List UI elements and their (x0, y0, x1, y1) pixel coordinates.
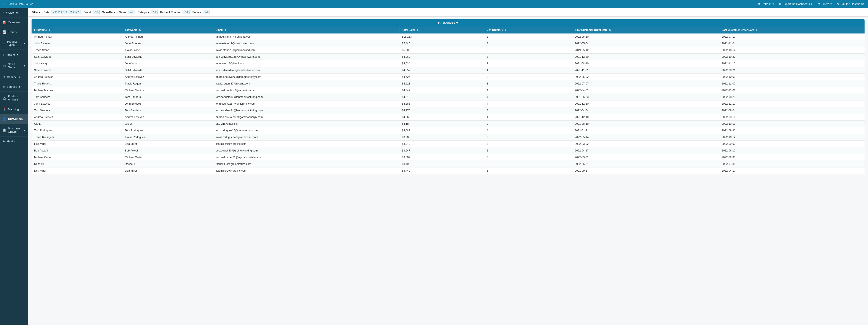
col-firstorderdate[interactable]: First Customer Order Date ⇅ (572, 27, 719, 33)
table-row[interactable]: John YangJohn Yangjohn.yang12@lanoil.com… (32, 60, 865, 67)
table-row[interactable]: Lisa MillerLisa Millerlisa.miller29@grei… (32, 168, 865, 174)
edit-button[interactable]: ✎ Edit the Dashboard (837, 2, 865, 6)
brand-icon: 🏷 (3, 53, 6, 56)
cell-totalSales: $5,445 (399, 40, 484, 47)
cell-email: ole.li21@etaoil.com (213, 121, 399, 127)
cell-lastOrderDate: 2022-09-30 (719, 127, 865, 134)
table-title: Customers (438, 21, 455, 25)
filter-salesperson-value[interactable]: All (128, 10, 135, 14)
sidebar-item-product-analysis[interactable]: 🔬 Product Analysis (0, 92, 28, 105)
table-row[interactable]: Lisa MillerLisa Millerlisa.miller10@grei… (32, 141, 865, 147)
sidebar-label-health: Health (7, 140, 15, 143)
sidebar-label-product-analysis: Product Analysis (8, 95, 26, 101)
sidebar-item-sources[interactable]: ◈ Sources ▾ (0, 82, 28, 92)
sidebar-item-sales-team[interactable]: 👥 Sales Team ▾ (0, 59, 28, 72)
cell-lastOrderDate: 2022-10-27 (719, 54, 865, 60)
cell-email: travis.rogers40@rojainc.com (213, 80, 399, 87)
col-lastname[interactable]: LastName ⇅ (122, 27, 213, 33)
cell-firstOrderDate: 2022-05-10 (572, 33, 719, 40)
cell-lastOrderDate: 2022-09-30 (719, 154, 865, 161)
cell-firstName: Bob Powell (32, 147, 122, 154)
cell-lastName: Tom Sanders (122, 107, 213, 114)
col-totalsales[interactable]: Total Sales ℹ ↓ (399, 27, 484, 33)
cell-lastOrderDate: 2022-08-23 (719, 94, 865, 100)
cell-firstOrderDate: 2022-03-02 (572, 141, 719, 147)
table-row[interactable]: Andrea EstevezAndrea Estevezandrea.estev… (32, 74, 865, 80)
customers-table: FirstName ⇅ LastName ⇅ Email ⇅ Total Sal… (32, 27, 865, 174)
col-email[interactable]: Email ⇅ (213, 27, 399, 33)
sidebar-label-product-types: Product Types (7, 40, 22, 47)
sidebar-item-overview[interactable]: 📊 Overview (0, 18, 28, 27)
sidebar-item-welcome[interactable]: ≡ Welcome (0, 8, 28, 18)
col-firstname[interactable]: FirstName ⇅ (32, 27, 122, 33)
filters-button[interactable]: ▼ Filters▾ (818, 2, 832, 6)
export-icon: ⊞ (779, 2, 782, 6)
cell-totalSales: $4,557 (399, 67, 484, 74)
filter-category-value[interactable]: All (151, 10, 157, 14)
sort-totalsales-icon: ↓ (419, 29, 421, 32)
table-row[interactable]: Rachel LiRachel Lirachel.li34@greiemetri… (32, 161, 865, 168)
cell-lastName: Lisa Miller (122, 141, 213, 147)
table-row[interactable]: Andrea EstevezAndrea Estevezandrea.estev… (32, 114, 865, 121)
table-row[interactable]: Tom SandersTom Sanderstom.sanders34@lanm… (32, 107, 865, 114)
table-row[interactable]: Sahil EdwardsSahil Edwardssahil.edwards4… (32, 67, 865, 74)
table-row[interactable]: Tom SandersTom Sanderstom.sanders36@lanm… (32, 94, 865, 100)
cell-firstOrderDate: 2022-05-14 (572, 134, 719, 141)
table-row[interactable]: Ahmed TillmanAhmed Tillmanahmed.tillman@… (32, 33, 865, 40)
table-row[interactable]: Sahil EdwardsSahil Edwardssahil.edwards1… (32, 54, 865, 60)
table-row[interactable]: Travis RogersTravis Rogerstravis.rogers4… (32, 80, 865, 87)
cell-numOrders: 2 (484, 134, 572, 141)
col-lastorderdate[interactable]: Last Customer Order Date ⇅ (719, 27, 865, 33)
cell-firstOrderDate: 2021-09-17 (572, 168, 719, 174)
cell-lastOrderDate: 2022-10-14 (719, 134, 865, 141)
sidebar-item-product-types[interactable]: ☰ Product Types ▾ (0, 37, 28, 50)
cell-firstOrderDate: 2022-04-01 (572, 87, 719, 94)
table-row[interactable]: Travis StoneTravis Stonetravis.stone29@g… (32, 47, 865, 54)
cell-firstOrderDate: 2022-05-31 (572, 161, 719, 168)
cell-lastName: Ahmed Tillman (122, 33, 213, 40)
sidebar-item-brand[interactable]: 🏷 Brand ▾ (0, 50, 28, 59)
filter-bar: Filters: Date: Jan-2022 to Dec-2022 Bran… (28, 8, 868, 17)
cell-firstName: Travis Stone (32, 47, 122, 54)
sidebar-item-channel[interactable]: ⊕ Channel ▾ (0, 72, 28, 82)
cell-totalSales: $4,286 (399, 100, 484, 107)
sidebar-item-purchase-orders[interactable]: 📋 Purchase Orders ▾ (0, 124, 28, 137)
export-button[interactable]: ⊞ Export the Dashboard▾ (779, 2, 812, 6)
cell-totalSales: $3,940 (399, 141, 484, 147)
sidebar-item-customers[interactable]: 👤 Customers (0, 114, 28, 124)
filter-salesperson-label: SalesPerson Name: (102, 10, 127, 14)
table-row[interactable]: Michael CarterMichael Cartermichael.cart… (32, 154, 865, 161)
sidebar-item-mapping[interactable]: 📍 Mapping (0, 105, 28, 114)
filter-brand-value[interactable]: All (93, 10, 99, 14)
filter-product-channel-value[interactable]: All (183, 10, 190, 14)
cell-email: rachel.li34@greiemetrics.com (213, 161, 399, 168)
cell-totalSales: $5,005 (399, 47, 484, 54)
cell-lastName: Sahil Edwards (122, 54, 213, 60)
table-row[interactable]: Ole LiOle Liole.li21@etaoil.com$4,184220… (32, 121, 865, 127)
cell-numOrders: 2 (484, 161, 572, 168)
cell-firstName: Travis Rodriguez (32, 134, 122, 141)
cell-numOrders: 3 (484, 80, 572, 87)
cell-email: travis.rodriguez48@verdewind.com (213, 134, 399, 141)
cell-lastOrderDate: 2022-10-02 (719, 74, 865, 80)
cell-numOrders: 3 (484, 40, 572, 47)
filter-source-value[interactable]: All (203, 10, 210, 14)
table-row[interactable]: Travis RodriguezTravis Rodrigueztravis.r… (32, 134, 865, 141)
col-numorders[interactable]: # of Orders ℹ ⇅ (484, 27, 572, 33)
sidebar-item-trends[interactable]: 📈 Trends (0, 27, 28, 37)
cell-numOrders: 1 (484, 114, 572, 121)
sidebar-label-overview: Overview (8, 21, 20, 24)
table-row[interactable]: Michael MartinsMichael Martinsmichael.ma… (32, 87, 865, 94)
refresh-button[interactable]: ↺ Refresh▾ (758, 2, 774, 6)
filter-date-value[interactable]: Jan-2022 to Dec-2022 (51, 10, 81, 14)
content-area: Filters: Date: Jan-2022 to Dec-2022 Bran… (28, 8, 868, 325)
table-row[interactable]: Bob PowellBob Powellbob.powell40@greinet… (32, 147, 865, 154)
cell-firstName: John Yang (32, 60, 122, 67)
cell-firstOrderDate: 2022-01-31 (572, 127, 719, 134)
table-row[interactable]: John EstevezJohn Estevezjohn.estevez7@om… (32, 40, 865, 47)
table-row[interactable]: Tom RodriguezTom Rodrigueztom.rodriguez2… (32, 127, 865, 134)
sidebar-item-health[interactable]: ✚ Health (0, 137, 28, 146)
back-button[interactable]: ← Back to Data Source (3, 2, 33, 6)
table-row[interactable]: John EstevezJohn Estevezjohn.estevez17@o… (32, 100, 865, 107)
cell-email: andrea.estevez36@gammaenergy.com (213, 114, 399, 121)
